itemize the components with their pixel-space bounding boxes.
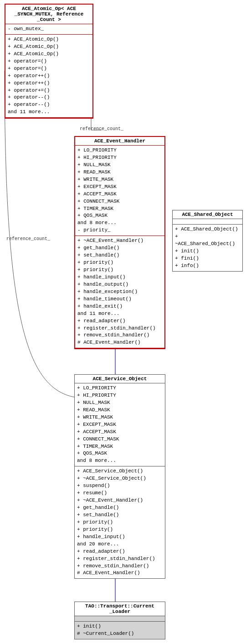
ace-service-object-constants: + LO_PRIORITY + HI_PRIORITY + NULL_MASK …	[75, 383, 165, 466]
ace-service-object-box: ACE_Service_Object + LO_PRIORITY + HI_PR…	[74, 374, 165, 579]
tao-transport-box: TAO::Transport::Current_Loader + init() …	[74, 602, 165, 639]
ace-event-handler-box: ACE_Event_Handler + LO_PRIORITY + HI_PRI…	[74, 136, 165, 349]
ace-service-object-methods: + ACE_Service_Object() + ~ACE_Service_Ob…	[75, 466, 165, 578]
atomic-op-fields: - own_mutex_	[5, 24, 92, 35]
tao-transport-empty	[75, 616, 165, 622]
tao-transport-title: TAO::Transport::Current_Loader	[75, 602, 165, 616]
ace-shared-object-empty	[173, 219, 242, 225]
ace-event-handler-methods: + ~ACE_Event_Handler() + get_handle() + …	[75, 236, 164, 348]
atomic-op-title: ACE_Atomic_Op< ACE_SYNCH_MUTEX, Referenc…	[5, 5, 92, 24]
ace-service-object-title: ACE_Service_Object	[75, 375, 165, 383]
ace-shared-object-methods: + ACE_Shared_Object() + ~ACE_Shared_Obje…	[173, 225, 242, 271]
reference-count-left-label: reference_count_	[6, 236, 50, 241]
reference-count-top-label: reference_count_	[80, 126, 123, 131]
ace-shared-object-box: ACE_Shared_Object + ACE_Shared_Object() …	[172, 210, 243, 272]
atomic-op-box: ACE_Atomic_Op< ACE_SYNCH_MUTEX, Referenc…	[5, 4, 93, 119]
ace-event-handler-constants: + LO_PRIORITY + HI_PRIORITY + NULL_MASK …	[75, 146, 164, 236]
ace-event-handler-title: ACE_Event_Handler	[75, 137, 164, 146]
tao-transport-methods: + init() # ~Current_Loader()	[75, 622, 165, 639]
ace-shared-object-title: ACE_Shared_Object	[173, 210, 242, 219]
atomic-op-methods: + ACE_Atomic_Op() + ACE_Atomic_Op() + AC…	[5, 35, 92, 118]
